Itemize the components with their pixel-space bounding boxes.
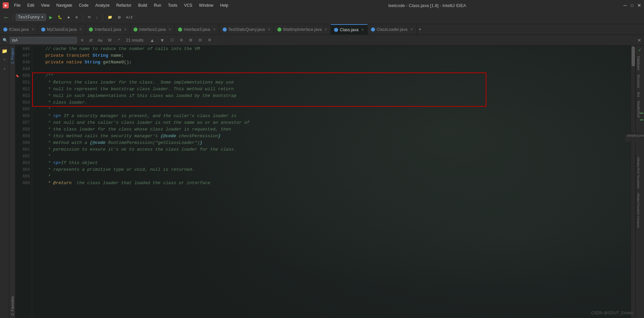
- menu-edit[interactable]: Edit: [24, 2, 37, 8]
- navigate-back-icon[interactable]: ⟵: [3, 13, 10, 22]
- tab-close-teststaticquery[interactable]: ✕: [268, 28, 270, 31]
- right-panel-database[interactable]: Database: [636, 54, 644, 72]
- line-648: 648: [20, 59, 30, 66]
- code-line-657: * not null and the caller's class loader…: [32, 119, 631, 126]
- tab-close-interface2[interactable]: ✕: [168, 28, 171, 31]
- left-panel-favorites[interactable]: 2: Favorites: [10, 294, 15, 318]
- line-662: 662: [20, 153, 30, 160]
- tab-close-myclassext[interactable]: ✕: [79, 28, 82, 31]
- code-getname-648: getName0();: [100, 59, 132, 66]
- javadoc-657: * not null and the caller's class loader…: [35, 119, 250, 126]
- tab-waitimpinterface[interactable]: WaitImpInterface.java ✕: [274, 24, 331, 35]
- tab-close-class-java[interactable]: ✕: [361, 28, 364, 32]
- tab-class-java[interactable]: Class.java ✕: [331, 24, 367, 35]
- coverage-button[interactable]: ▶: [66, 14, 72, 20]
- sidebar-project-icon[interactable]: 📁: [1, 47, 9, 55]
- code-editor[interactable]: // cache the name to reduce the number o…: [32, 46, 631, 318]
- code-tag-660: {@code: [90, 140, 106, 146]
- window-title: leetcode - Class.java [1.8] - IntelliJ I…: [388, 3, 466, 8]
- debug-button[interactable]: 🐛: [56, 14, 64, 20]
- code-content: // cache the name to reduce the number o…: [32, 46, 631, 187]
- javadoc-652: * null to represent the bootstrap class …: [35, 86, 234, 93]
- search-next-button[interactable]: ▼: [158, 37, 166, 44]
- keyword-transient-647: transient: [66, 52, 93, 59]
- settings-button[interactable]: ⚙: [116, 13, 122, 21]
- tab-interface3[interactable]: Interface3.java ✕: [175, 24, 219, 35]
- vertical-scrollbar[interactable]: [631, 46, 635, 318]
- run-button[interactable]: ▶: [47, 13, 55, 22]
- search-replace-button[interactable]: ⇄: [88, 37, 94, 43]
- tab-tclass[interactable]: tClass.java ✕: [0, 24, 38, 35]
- line-658: 658: [20, 126, 30, 133]
- search-bar: 🔍 ✕ ⇄ Aa W .* 21 results ▲ ▼ ☐ ⧉ ⊞ ⊟ ⚙ ✕: [0, 35, 644, 46]
- left-panel-project[interactable]: 1: Project: [10, 46, 15, 66]
- javadoc-662: *: [35, 153, 51, 160]
- search-input[interactable]: [10, 37, 77, 44]
- code-line-659: * this method calls the security manager…: [32, 133, 631, 140]
- tab-classloader[interactable]: ClassLoader.java ✕: [368, 24, 417, 35]
- sidebar-structure-icon[interactable]: ≡: [1, 56, 9, 64]
- line-654: 654: [20, 99, 30, 106]
- javadoc-return-tag-666: * @return: [35, 180, 71, 187]
- update-button[interactable]: ↓: [94, 14, 100, 20]
- profile-button[interactable]: ⚙: [73, 14, 80, 20]
- javadoc-open-650: /**: [35, 72, 53, 79]
- tabs-overflow-button[interactable]: ▾: [417, 26, 423, 32]
- tab-interface2[interactable]: Interface2.java ✕: [130, 24, 175, 35]
- menu-navigate[interactable]: Navigate: [54, 2, 75, 8]
- search-more-button[interactable]: ⊟: [197, 37, 204, 44]
- code-line-654: * class loader.: [32, 99, 631, 106]
- tab-close-classloader[interactable]: ✕: [410, 28, 413, 31]
- window-minimize[interactable]: ─: [624, 3, 627, 8]
- tab-close-tclass[interactable]: ✕: [32, 28, 34, 31]
- scrollbar-thumb[interactable]: [632, 46, 635, 66]
- window-maximize[interactable]: □: [631, 3, 633, 8]
- menu-help[interactable]: Help: [217, 2, 231, 8]
- menu-analyze[interactable]: Analyze: [93, 2, 112, 8]
- search-settings-button[interactable]: ⚙: [206, 37, 213, 44]
- menu-view[interactable]: View: [38, 2, 52, 8]
- right-panel-ant[interactable]: Ant: [636, 90, 644, 99]
- menu-window[interactable]: Window: [196, 2, 216, 8]
- tab-label-classloader: ClassLoader.java: [377, 27, 408, 32]
- search-regex-button[interactable]: .*: [115, 37, 121, 43]
- javadoc-660a: * method with a: [35, 140, 90, 146]
- tab-myclassext[interactable]: MyClassExt.java ✕: [38, 24, 86, 35]
- window-close[interactable]: ✕: [637, 3, 641, 8]
- menu-vcs[interactable]: VCS: [181, 2, 195, 8]
- tab-close-waitimpinterface[interactable]: ✕: [324, 28, 327, 31]
- menu-run[interactable]: Run: [151, 2, 164, 8]
- search-match-case-button[interactable]: Aa: [96, 38, 104, 43]
- menu-build[interactable]: Build: [136, 2, 150, 8]
- tab-teststaticquery[interactable]: TestStaticQuery.java ✕: [219, 24, 274, 35]
- open-file-button[interactable]: 📁: [106, 14, 114, 20]
- search-scope-button[interactable]: ⊞: [187, 37, 195, 44]
- code-line-666: * @return the class loader that loaded t…: [32, 180, 631, 187]
- run-config-dropdown[interactable]: TestFunny ▾: [16, 14, 46, 21]
- tab-interface1[interactable]: Interface1.java ✕: [86, 24, 130, 35]
- sidebar-favorites-icon[interactable]: ★: [1, 64, 9, 72]
- menu-refactor[interactable]: Refactor: [114, 2, 134, 8]
- search-filter-button[interactable]: ⧉: [178, 37, 185, 44]
- tab-close-interface3[interactable]: ✕: [213, 28, 216, 31]
- search-clear-button[interactable]: ✕: [79, 37, 86, 43]
- translate-button[interactable]: A/Z: [124, 14, 135, 20]
- menu-file[interactable]: File: [11, 2, 23, 8]
- menu-tools[interactable]: Tools: [165, 2, 180, 8]
- code-line-663: * <p>If this object: [32, 160, 631, 166]
- right-panel-restfultool[interactable]: RestfulTool: [636, 99, 644, 119]
- search-highlight-button[interactable]: ☐: [168, 37, 176, 44]
- tabs-bar: tClass.java ✕ MyClassExt.java ✕ Interfac…: [0, 24, 644, 35]
- search-whole-word-button[interactable]: W: [106, 37, 113, 43]
- tab-close-interface1[interactable]: ✕: [124, 28, 126, 31]
- keyword-private-648: private: [35, 59, 66, 66]
- search-prev-button[interactable]: ▲: [148, 37, 156, 44]
- right-panel-structure[interactable]: Structure: [636, 72, 644, 90]
- right-panel-alibaba-ros[interactable]: Alibaba ROS Templates: [636, 155, 644, 191]
- right-panel-alibaba-fn[interactable]: Alibaba Function Compute: [636, 191, 644, 230]
- javadoc-665: *: [35, 173, 51, 180]
- search-close-button[interactable]: ✕: [637, 38, 641, 43]
- vcs-button[interactable]: ⟲: [86, 14, 93, 20]
- title-bar: ▶ File Edit View Navigate Code Analyze R…: [0, 0, 644, 11]
- menu-code[interactable]: Code: [76, 2, 91, 8]
